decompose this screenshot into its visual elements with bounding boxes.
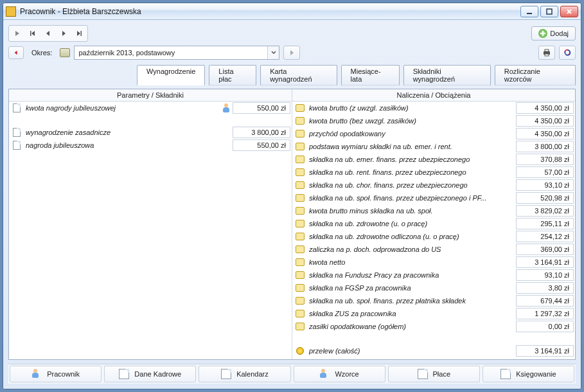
row-label: składka na ub. społ. finans. przez płatn… <box>309 297 516 305</box>
scroll-icon <box>295 180 305 190</box>
row-value: 1 297,32 zł <box>516 308 574 319</box>
print-button[interactable] <box>538 46 555 60</box>
ftab-dane[interactable]: Dane Kadrowe <box>104 366 196 382</box>
period-select[interactable] <box>74 46 279 60</box>
content-panel: Parametry / Składniki kwota nagrody jubi… <box>8 89 576 360</box>
scroll-icon <box>295 283 305 293</box>
row-label: kwota brutto (z uwzgl. zasiłków) <box>309 104 516 112</box>
first-button[interactable] <box>26 27 40 40</box>
row-value: 3 800,00 zł <box>233 127 290 138</box>
list-item[interactable]: składka na ub. rent. finans. przez ubezp… <box>292 166 575 179</box>
list-item[interactable]: kwota brutto minus składka na ub. społ.3… <box>292 204 575 217</box>
svg-rect-5 <box>545 49 549 51</box>
scroll-icon <box>295 308 305 319</box>
tab-rozliczanie[interactable]: Rozliczanie wzorców <box>495 65 576 85</box>
list-item[interactable]: zaliczka na p. doch. odprowadzona do US3… <box>292 243 575 256</box>
last-button[interactable] <box>72 27 86 40</box>
row-value: 4 350,00 zł <box>516 128 574 139</box>
play-button[interactable] <box>10 27 24 40</box>
list-item[interactable] <box>9 114 292 126</box>
row-label: zaliczka na p. doch. odprowadzona do US <box>309 245 516 253</box>
list-item[interactable]: podstawa wymiaru składki na ub. emer. i … <box>292 140 575 153</box>
money-icon <box>418 369 428 379</box>
list-item[interactable]: składka na ub. emer. finans. przez ubezp… <box>292 153 575 166</box>
book-icon <box>60 48 70 57</box>
row-value: 4 350,00 zł <box>516 102 574 114</box>
scroll-icon <box>295 193 305 203</box>
row-label: wynagrodzenie zasadnicze <box>26 129 233 136</box>
list-item[interactable] <box>292 333 575 344</box>
list-item[interactable]: kwota brutto (bez uwzgl. zasiłków)4 350,… <box>292 114 575 127</box>
list-item[interactable]: kwota brutto (z uwzgl. zasiłków)4 350,00… <box>292 102 575 114</box>
svg-rect-2 <box>30 31 31 36</box>
prev-button[interactable] <box>41 27 55 40</box>
row-value: 3 164,91 zł <box>516 345 574 357</box>
row-label: nagroda jubileuszowa <box>26 141 233 149</box>
row-value: 369,00 zł <box>516 244 574 255</box>
list-item[interactable]: składka na ub. zdrowotne (u. o pracę)295… <box>292 217 575 230</box>
row-value: 0,00 zł <box>516 321 574 332</box>
svg-rect-6 <box>545 54 549 56</box>
row-label: składka na FGŚP za pracownika <box>309 284 516 292</box>
ftab-ksiegowanie[interactable]: Księgowanie <box>482 366 574 382</box>
row-label: składka na ub. chor. finans. przez ubezp… <box>309 181 516 189</box>
period-next-button[interactable] <box>283 46 300 60</box>
list-item[interactable]: kwota nagrody jubileuszowej550,00 zł <box>9 102 292 114</box>
period-prev-button[interactable] <box>8 46 24 59</box>
next-button[interactable] <box>57 27 71 40</box>
refresh-button[interactable] <box>559 46 576 60</box>
right-pane: Naliczenia / Obciążenia kwota brutto (z … <box>292 89 575 359</box>
list-item[interactable]: składka na Fundusz Pracy za pracownika93… <box>292 269 575 281</box>
list-item[interactable]: kwota netto3 164,91 zł <box>292 256 575 269</box>
row-label: podstawa wymiaru składki na ub. emer. i … <box>309 143 516 150</box>
chevron-down-icon[interactable] <box>267 46 279 59</box>
row-label: składka na ub. zdrowotne odliczona (u. o… <box>309 233 516 240</box>
tab-miesiace[interactable]: Miesiące-lata <box>341 65 400 85</box>
document-icon <box>12 140 22 150</box>
coin-icon <box>295 346 305 356</box>
period-label: Okres: <box>28 49 56 57</box>
ftab-wzorce[interactable]: Wzorce <box>294 366 385 382</box>
svg-rect-3 <box>81 31 82 36</box>
list-item[interactable]: składka na ub. społ. finans. przez ubezp… <box>292 192 575 204</box>
tab-karta[interactable]: Karta wynagrodzeń <box>260 65 337 85</box>
row-label: składka na Fundusz Pracy za pracownika <box>309 271 516 279</box>
add-button[interactable]: Dodaj <box>531 26 576 40</box>
person-icon <box>221 103 231 113</box>
people-icon <box>319 369 330 379</box>
tab-skladniki[interactable]: Składniki wynagrodzeń <box>403 65 491 85</box>
period-input[interactable] <box>75 46 267 59</box>
titlebar[interactable]: Pracownik - Elżbieta Barszczewska <box>3 3 581 20</box>
list-item[interactable]: składka na FGŚP za pracownika3,80 zł <box>292 281 575 294</box>
list-item[interactable]: składka na ub. chor. finans. przez ubezp… <box>292 179 575 192</box>
maximize-button[interactable] <box>540 6 558 17</box>
list-item[interactable]: składka ZUS za pracownika1 297,32 zł <box>292 307 575 320</box>
ftab-place[interactable]: Płace <box>388 366 480 382</box>
list-item[interactable]: wynagrodzenie zasadnicze3 800,00 zł <box>9 126 292 139</box>
left-pane: Parametry / Składniki kwota nagrody jubi… <box>9 89 292 359</box>
row-label: składka na ub. rent. finans. przez ubezp… <box>309 168 516 176</box>
scroll-icon <box>295 116 305 126</box>
list-item[interactable]: składka na ub. społ. finans. przez płatn… <box>292 294 575 307</box>
close-button[interactable] <box>560 6 578 17</box>
app-icon <box>6 6 16 17</box>
list-item[interactable]: przelew (całość)3 164,91 zł <box>292 344 575 357</box>
ftab-pracownik[interactable]: Pracownik <box>10 366 102 382</box>
plus-icon <box>538 29 547 38</box>
main-tabs: Wynagrodzenie Lista płac Karta wynagrodz… <box>8 65 576 85</box>
row-value: 3 164,91 zł <box>516 256 574 268</box>
tab-lista-plac[interactable]: Lista płac <box>209 65 256 85</box>
list-item[interactable]: przychód opodatkowany4 350,00 zł <box>292 127 575 140</box>
list-item[interactable]: zasiłki opodatkowane (ogółem)0,00 zł <box>292 320 575 333</box>
list-item[interactable]: składka na ub. zdrowotne odliczona (u. o… <box>292 230 575 243</box>
list-item[interactable]: nagroda jubileuszowa550,00 zł <box>9 139 292 152</box>
scroll-icon <box>295 129 305 139</box>
tab-wynagrodzenie[interactable]: Wynagrodzenie <box>137 65 205 85</box>
ftab-kalendarz[interactable]: Kalendarz <box>199 366 290 382</box>
scroll-icon <box>295 218 305 229</box>
row-value: 93,10 zł <box>516 179 574 191</box>
row-value: 550,00 zł <box>233 102 290 114</box>
row-value: 370,88 zł <box>516 154 574 165</box>
right-header: Naliczenia / Obciążenia <box>292 89 575 102</box>
minimize-button[interactable] <box>520 6 538 17</box>
